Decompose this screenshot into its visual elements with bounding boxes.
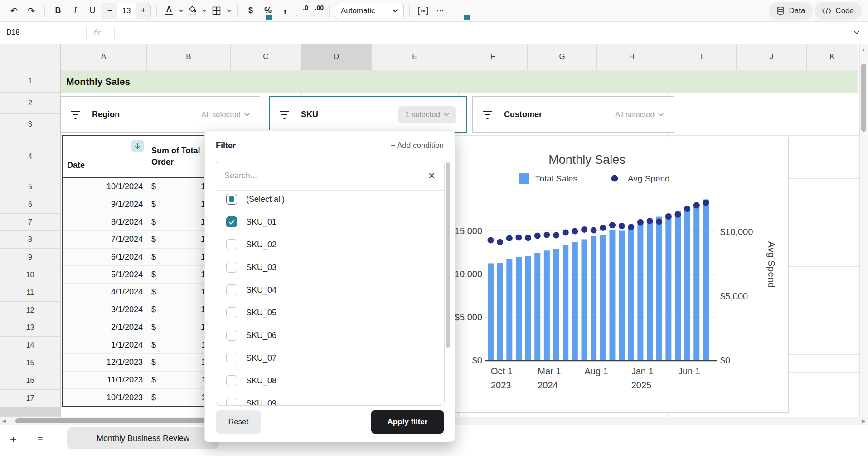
more-options-button[interactable]: ⋯ <box>432 3 448 19</box>
merge-cells-button[interactable] <box>415 3 431 19</box>
checkbox-unchecked[interactable] <box>226 353 237 363</box>
increase-decimals-button[interactable]: .00 → <box>310 4 324 18</box>
undo-button[interactable]: ↶ <box>6 3 22 19</box>
filter-option-sku_08[interactable]: SKU_08 <box>226 373 276 389</box>
column-header-D[interactable]: D <box>301 44 372 70</box>
filter-option-sku_01[interactable]: SKU_01 <box>226 214 276 230</box>
scroll-right-arrow[interactable]: ▶ <box>862 417 865 425</box>
add-sheet-button[interactable]: + <box>10 433 16 446</box>
currency-format-button[interactable]: $ <box>243 3 258 19</box>
decrease-decimals-button[interactable]: .0 ← <box>295 4 308 18</box>
data-panel-button[interactable]: Data <box>769 2 813 20</box>
row-header-14[interactable]: 14 <box>0 337 61 354</box>
reset-button[interactable]: Reset <box>216 410 261 434</box>
row-header-2[interactable]: 2 <box>0 93 61 114</box>
code-panel-button[interactable]: Code <box>815 2 862 20</box>
font-size-decrease-button[interactable]: − <box>102 3 117 19</box>
selection-handle-left[interactable] <box>266 15 272 20</box>
checkbox-unchecked[interactable] <box>226 262 237 273</box>
checkbox-unchecked[interactable] <box>226 307 237 318</box>
filter-option-sku_07[interactable]: SKU_07 <box>226 350 276 366</box>
row-header-12[interactable]: 12 <box>0 302 61 319</box>
row-header-6[interactable]: 6 <box>0 196 61 214</box>
formula-input[interactable] <box>120 25 829 42</box>
row-header-9[interactable]: 9 <box>0 249 61 266</box>
date-cell[interactable]: 11/1/2023 <box>63 372 147 389</box>
date-cell[interactable]: 12/1/2023 <box>63 354 147 371</box>
column-header-A[interactable]: A <box>61 44 147 70</box>
checkbox-unchecked[interactable] <box>226 239 237 250</box>
filter-widget-region[interactable]: Region All selected <box>60 96 260 133</box>
row-header-13[interactable]: 13 <box>0 319 61 337</box>
checkbox-unchecked[interactable] <box>226 398 237 405</box>
sheet-list-menu-button[interactable]: ≡ <box>37 433 43 445</box>
italic-button[interactable]: I <box>68 3 83 19</box>
scroll-up-arrow[interactable]: ▲ <box>861 47 866 52</box>
column-header-F[interactable]: F <box>458 44 528 70</box>
row-header-15[interactable]: 15 <box>0 354 61 372</box>
date-cell[interactable]: 8/1/2024 <box>63 213 147 230</box>
thousands-separator-button[interactable]: , <box>277 0 293 22</box>
date-cell[interactable]: 10/1/2024 <box>63 178 147 196</box>
row-header-7[interactable]: 7 <box>0 214 61 231</box>
select-all-corner[interactable] <box>0 44 61 70</box>
row-header-18[interactable] <box>0 407 61 417</box>
table-header-date[interactable]: Date <box>63 136 147 177</box>
selection-handle-right[interactable] <box>464 15 470 20</box>
checkbox-unchecked[interactable] <box>226 284 237 295</box>
date-cell[interactable]: 7/1/2024 <box>63 231 147 248</box>
redo-button[interactable]: ↷ <box>24 3 39 19</box>
filter-option-sku_06[interactable]: SKU_06 <box>226 327 276 343</box>
tab-monthly-business-review[interactable]: Monthly Business Review <box>67 427 219 449</box>
bold-button[interactable]: B <box>50 3 66 19</box>
column-header-E[interactable]: E <box>372 44 458 70</box>
column-header-G[interactable]: G <box>528 44 597 70</box>
checkbox-unchecked[interactable] <box>226 375 237 386</box>
row-header-1[interactable]: 1 <box>0 70 61 93</box>
formula-bar-expand-chevron[interactable] <box>853 28 860 36</box>
column-header-J[interactable]: J <box>737 44 807 70</box>
number-format-select[interactable]: Automatic <box>335 3 404 19</box>
filter-option-sku_04[interactable]: SKU_04 <box>226 282 276 298</box>
popup-scroll-thumb[interactable] <box>446 162 450 348</box>
sort-descending-icon[interactable] <box>131 140 144 152</box>
apply-filter-button[interactable]: Apply filter <box>371 410 444 434</box>
borders-chevron[interactable] <box>227 9 232 12</box>
filter-widget-value[interactable]: All selected <box>201 110 250 119</box>
filter-widget-value[interactable]: 1 selected <box>398 106 456 123</box>
row-header-17[interactable]: 17 <box>0 390 61 407</box>
scroll-left-arrow[interactable]: ◀ <box>2 417 6 425</box>
checkbox-indeterminate[interactable] <box>226 194 237 205</box>
filter-option-sku_02[interactable]: SKU_02 <box>226 236 276 253</box>
filter-widget-customer[interactable]: Customer All selected <box>472 96 674 133</box>
filter-widget-sku[interactable]: SKU 1 selected <box>269 96 467 133</box>
date-cell[interactable]: 6/1/2024 <box>63 249 147 266</box>
row-header-11[interactable]: 11 <box>0 284 61 302</box>
date-cell[interactable]: 10/1/2023 <box>63 389 147 406</box>
fill-color-button[interactable] <box>185 3 199 19</box>
column-header-I[interactable]: I <box>667 44 737 70</box>
cell-row1-title[interactable]: Monthly Sales <box>61 70 858 93</box>
date-cell[interactable]: 2/1/2024 <box>63 319 147 336</box>
row-header-5[interactable]: 5 <box>0 178 61 196</box>
text-color-chevron[interactable] <box>179 9 184 12</box>
clear-search-button[interactable]: ✕ <box>419 161 444 190</box>
filter-option-sku_05[interactable]: SKU_05 <box>226 304 276 321</box>
column-header-C[interactable]: C <box>231 44 301 70</box>
name-box[interactable]: D18 <box>6 22 19 44</box>
filter-option-sku_03[interactable]: SKU_03 <box>226 259 276 275</box>
column-header-B[interactable]: B <box>147 44 231 70</box>
font-size-value[interactable]: 13 <box>117 3 136 19</box>
text-color-button[interactable]: A <box>162 3 176 19</box>
vertical-scrollbar[interactable]: ▲ <box>859 44 868 417</box>
row-header-3[interactable]: 3 <box>0 114 61 135</box>
vertical-scroll-thumb[interactable] <box>861 64 866 132</box>
row-header-4[interactable]: 4 <box>0 135 61 178</box>
fill-color-chevron[interactable] <box>202 9 207 12</box>
column-header-K[interactable]: K <box>807 44 858 70</box>
font-size-increase-button[interactable]: + <box>136 3 150 19</box>
filter-search-input[interactable] <box>216 161 419 190</box>
filter-widget-value[interactable]: All selected <box>615 110 664 119</box>
row-header-10[interactable]: 10 <box>0 266 61 284</box>
date-cell[interactable]: 9/1/2024 <box>63 196 147 213</box>
